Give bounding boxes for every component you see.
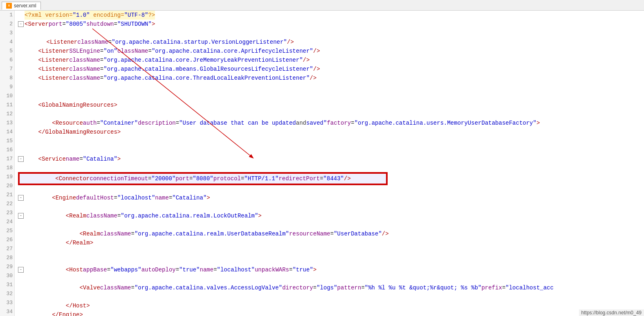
line-24: 24 — [2, 217, 13, 226]
line-7: 7 — [2, 65, 13, 74]
line-19: 19 — [2, 173, 13, 182]
code-line-33: </Host> — [18, 301, 644, 310]
code-content[interactable]: <?xml version="1.0" encoding="UTF-8"?> -… — [15, 11, 644, 316]
file-tab[interactable]: X server.xml — [2, 2, 41, 10]
code-line-23: - <Realm className="org.apache.catalina.… — [18, 211, 644, 220]
code-line-21: - <Engine defaultHost="localhost" name="… — [18, 193, 644, 202]
code-line-1: <?xml version="1.0" encoding="UTF-8"?> — [18, 11, 644, 20]
code-line-15 — [18, 137, 644, 146]
line-34: 34 — [2, 307, 13, 316]
code-line-7: <Listener className="org.apache.catalina… — [18, 65, 644, 74]
code-line-28 — [18, 256, 644, 265]
code-line-5: <Listener SSLEngine="on" className="org.… — [18, 47, 644, 56]
code-line-10 — [18, 92, 644, 101]
line-25: 25 — [2, 226, 13, 235]
fold-host[interactable]: - — [18, 267, 24, 273]
line-15: 15 — [2, 137, 13, 146]
line-2: 2 — [2, 20, 13, 29]
line-3: 3 — [2, 29, 13, 38]
code-line-25: <Realm className="org.apache.catalina.re… — [18, 229, 644, 238]
line-8: 8 — [2, 74, 13, 83]
line-21: 21 — [2, 190, 13, 199]
line-5: 5 — [2, 47, 13, 56]
xml-file-icon: X — [6, 3, 12, 9]
code-line-32 — [18, 292, 644, 301]
line-32: 32 — [2, 289, 13, 298]
code-line-8: <Listener className="org.apache.catalina… — [18, 74, 644, 83]
code-line-30 — [18, 274, 644, 283]
line-30: 30 — [2, 271, 13, 280]
status-url: https://blog.csdn.net/m0_49 — [581, 310, 642, 316]
line-33: 33 — [2, 298, 13, 307]
line-26: 26 — [2, 235, 13, 244]
line-31: 31 — [2, 280, 13, 289]
code-line-16 — [18, 146, 644, 155]
code-line-26: </Realm> — [18, 238, 644, 247]
code-line-14: </GlobalNamingResources> — [18, 128, 644, 137]
code-line-24 — [18, 220, 644, 229]
code-line-3 — [18, 29, 644, 38]
line-22: 22 — [2, 199, 13, 208]
line-numbers: 1 2 3 4 5 6 7 8 9 10 11 12 13 14 15 16 1… — [0, 11, 15, 316]
line-6: 6 — [2, 56, 13, 65]
code-line-11: <GlobalNamingResources> — [18, 101, 644, 110]
fold-engine[interactable]: - — [18, 195, 24, 201]
line-10: 10 — [2, 92, 13, 101]
line-18: 18 — [2, 164, 13, 173]
line-9: 9 — [2, 83, 13, 92]
code-line-2: - <Server port="8005" shutdown="SHUTDOWN… — [18, 20, 644, 29]
code-line-4: <Listener className="org.apache.catalina… — [18, 38, 644, 47]
line-12: 12 — [2, 110, 13, 119]
code-line-29: - <Host appBase="webapps" autoDeploy="tr… — [18, 265, 644, 274]
code-line-9 — [18, 83, 644, 92]
fold-realm[interactable]: - — [18, 213, 24, 219]
title-bar: X server.xml — [0, 0, 644, 11]
line-13: 13 — [2, 119, 13, 128]
code-line-18 — [18, 164, 644, 173]
tab-label: server.xml — [14, 3, 36, 9]
fold-service[interactable]: - — [18, 156, 24, 162]
code-line-17: - <Service name="Catalina"> — [18, 155, 644, 164]
code-line-20 — [18, 184, 644, 193]
code-line-6: <Listener className="org.apache.catalina… — [18, 56, 644, 65]
status-bar: https://blog.csdn.net/m0_49 — [579, 309, 644, 316]
line-11: 11 — [2, 101, 13, 110]
line-20: 20 — [2, 182, 13, 190]
code-line-27 — [18, 247, 644, 256]
line-17: 17 — [2, 155, 13, 164]
code-line-12 — [18, 110, 644, 119]
code-line-13: <Resource auth="Container" description="… — [18, 119, 644, 128]
line-14: 14 — [2, 128, 13, 137]
line-28: 28 — [2, 253, 13, 262]
editor-area: 1 2 3 4 5 6 7 8 9 10 11 12 13 14 15 16 1… — [0, 11, 644, 316]
xml-pi: <?xml version="1.0" encoding="UTF-8"?> — [25, 11, 155, 20]
line-29: 29 — [2, 262, 13, 271]
line-27: 27 — [2, 244, 13, 253]
line-16: 16 — [2, 146, 13, 155]
line-1: 1 — [2, 11, 13, 20]
code-line-19-connector: <Connector connectionTimeout="20000" por… — [19, 173, 387, 184]
fold-server[interactable]: - — [18, 21, 24, 27]
line-4: 4 — [2, 38, 13, 47]
line-23: 23 — [2, 208, 13, 217]
code-line-22 — [18, 202, 644, 211]
code-line-34: </Engine> — [18, 310, 644, 316]
code-line-31: <Valve className="org.apache.catalina.va… — [18, 283, 644, 292]
